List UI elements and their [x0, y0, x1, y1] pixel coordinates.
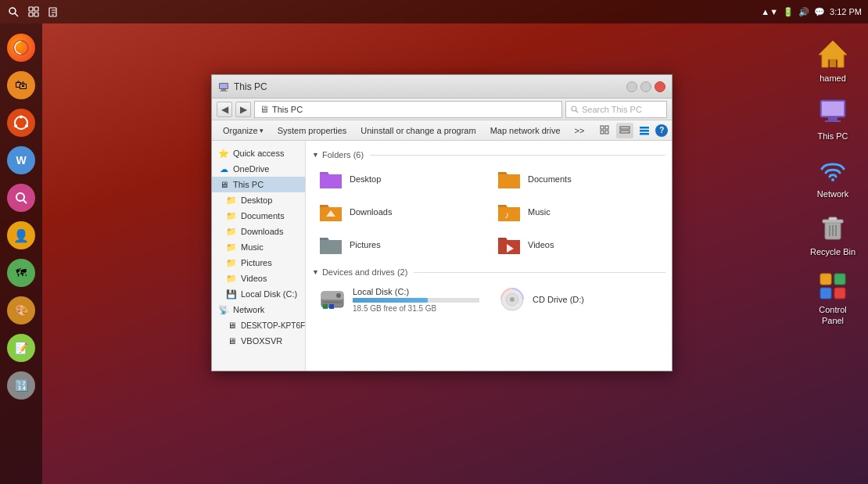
view-toggle-button[interactable] — [597, 123, 614, 138]
search-bar[interactable]: Search This PC — [565, 101, 667, 118]
taskbar-volume-indicator: 🔊 — [798, 7, 809, 17]
local-disk-sidebar-icon: 💾 — [226, 289, 237, 299]
maximize-button[interactable]: □ — [640, 81, 651, 92]
dock-item-ubuntu-software[interactable]: 🛍 — [5, 69, 38, 102]
sidebar-item-network[interactable]: 📡 Network — [212, 302, 305, 317]
right-dock-item-this-pc[interactable]: This PC — [802, 89, 864, 144]
sidebar-item-desktop-kpt[interactable]: 🖥 DESKTOP-KPT6F75 — [212, 317, 305, 333]
folders-divider — [370, 155, 665, 156]
drives-divider — [414, 272, 665, 273]
svg-rect-3 — [34, 7, 38, 11]
documents-folder-graphic — [497, 168, 522, 190]
svg-point-10 — [14, 124, 17, 127]
music-folder-graphic: ♪ — [497, 201, 522, 223]
sidebar-item-desktop[interactable]: 📁 Desktop — [212, 192, 305, 208]
dock-item-maps[interactable]: 🗺 — [5, 256, 38, 289]
folder-item-downloads[interactable]: Downloads — [312, 197, 487, 227]
sidebar-item-music[interactable]: 📁 Music — [212, 239, 305, 255]
svg-rect-15 — [830, 59, 836, 67]
drives-section-header: ▼ Devices and drives (2) — [312, 267, 665, 277]
folder-item-desktop[interactable]: Desktop — [312, 164, 487, 194]
organize-button[interactable]: Organize ▾ — [217, 123, 270, 138]
svg-rect-41 — [620, 127, 629, 129]
uninstall-button[interactable]: Uninstall or change a program — [354, 123, 482, 138]
minimize-button[interactable]: ─ — [626, 81, 637, 92]
svg-rect-54 — [329, 304, 334, 309]
recycle-bin-label: Recycle Bin — [810, 247, 855, 256]
videos-folder-graphic — [497, 234, 522, 256]
folder-item-videos[interactable]: Videos — [490, 230, 665, 260]
local-disk-icon — [318, 285, 346, 314]
dock-item-notes[interactable]: 📝 — [5, 332, 38, 364]
right-dock-item-control-panel[interactable]: Control Panel — [802, 263, 864, 328]
dock-item-calc[interactable]: 🔢 — [5, 369, 38, 402]
view-details-button[interactable] — [636, 123, 653, 138]
svg-rect-18 — [828, 117, 838, 120]
svg-line-13 — [23, 200, 27, 203]
svg-rect-23 — [829, 217, 837, 220]
svg-rect-19 — [825, 120, 841, 122]
pictures-folder-icon: 📁 — [226, 257, 237, 268]
dock-item-lens[interactable] — [5, 181, 38, 214]
taskbar-files-icon[interactable] — [47, 5, 61, 19]
drive-item-d[interactable]: CD Drive (D:) — [492, 281, 665, 317]
drive-item-c[interactable]: Local Disk (C:) 18.5 GB free of 31.5 GB — [312, 281, 486, 317]
svg-rect-44 — [640, 130, 649, 132]
downloads-folder-graphic — [318, 201, 343, 223]
videos-folder-label: Videos — [528, 240, 554, 249]
network-label: Network — [817, 189, 848, 199]
folder-item-documents[interactable]: Documents — [490, 164, 665, 194]
local-disk-fill — [353, 298, 428, 303]
sidebar-item-this-pc[interactable]: 🖥 This PC — [212, 177, 305, 192]
dock-item-libreoffice[interactable]: W — [5, 144, 38, 177]
system-properties-button[interactable]: System properties — [271, 123, 353, 138]
sidebar-item-vboxsvr[interactable]: 🖥 VBOXSVR — [212, 333, 305, 349]
svg-point-0 — [9, 8, 16, 14]
sidebar-item-local-disk[interactable]: 💾 Local Disk (C:) — [212, 286, 305, 302]
desktop-folder-graphic — [318, 168, 343, 190]
downloads-folder-icon: 📁 — [226, 226, 237, 237]
folders-toggle[interactable]: ▼ — [312, 151, 319, 159]
back-button[interactable]: ◀ — [217, 102, 232, 117]
more-toolbar-button[interactable]: >> — [569, 123, 591, 138]
address-bar[interactable]: 🖥 This PC — [254, 101, 562, 118]
sidebar-item-downloads[interactable]: 📁 Downloads — [212, 224, 305, 239]
sidebar-item-documents[interactable]: 📁 Documents — [212, 208, 305, 224]
taskbar-multiview-icon[interactable] — [27, 5, 41, 19]
svg-rect-39 — [601, 131, 604, 134]
dock-item-ubuntu[interactable] — [5, 106, 38, 139]
sidebar-item-onedrive[interactable]: ☁ OneDrive — [212, 161, 305, 177]
folder-item-music[interactable]: ♪ Music — [490, 197, 665, 227]
sidebar-item-pictures[interactable]: 📁 Pictures — [212, 255, 305, 271]
folders-grid: Desktop Documents — [312, 164, 665, 260]
forward-button[interactable]: ▶ — [235, 102, 251, 117]
view-list-button[interactable] — [616, 123, 633, 138]
address-text: This PC — [272, 105, 303, 114]
this-pc-label: This PC — [817, 131, 848, 141]
local-disk-name: Local Disk (C:) — [353, 287, 479, 296]
sidebar-item-quick-access[interactable]: ⭐ Quick access — [212, 145, 305, 161]
right-dock-item-recycle-bin[interactable]: Recycle Bin — [802, 205, 864, 260]
dock-item-contacts[interactable]: 👤 — [5, 219, 38, 252]
help-button[interactable]: ? — [655, 124, 668, 137]
sidebar-item-videos[interactable]: 📁 Videos — [212, 271, 305, 286]
folders-section-header: ▼ Folders (6) — [312, 150, 665, 160]
close-button[interactable]: ✕ — [655, 81, 665, 92]
trash-icon — [814, 208, 852, 246]
desktop-folder-icon: 📁 — [226, 195, 237, 206]
cd-drive-icon — [498, 285, 526, 314]
right-dock: hamed This PC Network — [798, 23, 868, 484]
dock-item-paint[interactable]: 🎨 — [5, 294, 38, 327]
titlebar-pc-icon — [218, 81, 229, 92]
taskbar-notification-icon: 💬 — [814, 7, 825, 17]
right-dock-item-network[interactable]: Network — [802, 147, 864, 202]
hamed-label: hamed — [820, 73, 846, 83]
drives-section-label: Devices and drives (2) — [322, 267, 407, 277]
map-network-button[interactable]: Map network drive — [484, 123, 567, 138]
drives-toggle[interactable]: ▼ — [312, 268, 319, 276]
dock-item-firefox[interactable] — [5, 31, 38, 64]
taskbar-search-icon[interactable] — [6, 5, 20, 19]
svg-text:♪: ♪ — [504, 210, 509, 220]
folder-item-pictures[interactable]: Pictures — [312, 230, 487, 260]
right-dock-item-hamed[interactable]: hamed — [802, 31, 864, 86]
